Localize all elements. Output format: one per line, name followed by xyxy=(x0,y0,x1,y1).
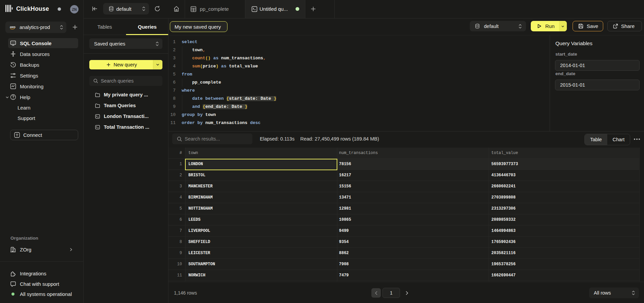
svg-text:aws: aws xyxy=(10,25,16,29)
